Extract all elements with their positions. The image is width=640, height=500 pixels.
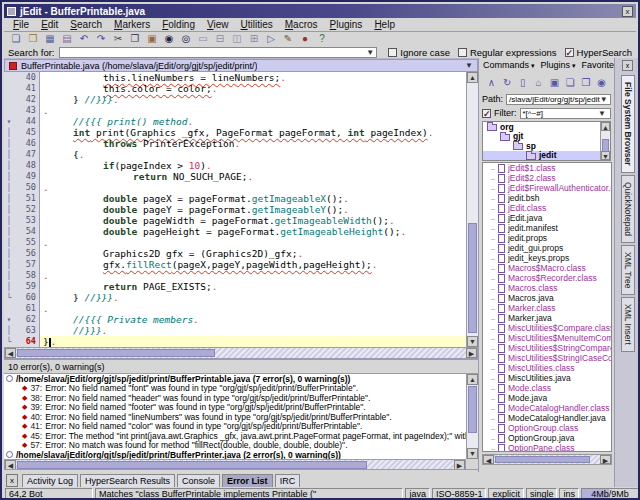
file-list-hscroll-thumb[interactable]	[495, 456, 590, 463]
code-line[interactable]: │49return NO_SUCH_PAGE;.	[4, 171, 466, 182]
code-line[interactable]: │57gfx.fillRect(pageX,pageY,pageWidth,pa…	[4, 259, 466, 270]
dock-tab-console[interactable]: Console	[177, 474, 220, 487]
code-text[interactable]: //{{{ print() method.	[40, 116, 466, 127]
file-list-item[interactable]: –Macros.java	[483, 293, 611, 303]
copy-icon[interactable]: ❒	[128, 33, 142, 45]
side-tab-file-system-browser[interactable]: File System Browser	[621, 75, 635, 173]
code-line[interactable]: 41this.color = color;.	[4, 83, 466, 94]
menu-plugins[interactable]: Plugins	[325, 19, 368, 30]
edit-macro-icon[interactable]: ✎	[281, 33, 295, 45]
error-row[interactable]: ◆41:Error: No field named "color" was fo…	[4, 422, 466, 432]
file-list-item[interactable]: –OptionPane.class	[483, 443, 611, 452]
menu-file[interactable]: File	[8, 19, 34, 30]
side-tab-xml-tree[interactable]: XML Tree	[621, 245, 635, 296]
file-list-item[interactable]: –Macros$Recorder.class	[483, 273, 611, 283]
find-icon[interactable]: ◉	[162, 33, 176, 45]
synchronize-directory-icon[interactable]: ▣	[548, 76, 561, 89]
tree-expand-icon[interactable]	[6, 375, 13, 382]
file-list-item[interactable]: –ModeCatalogHandler.java	[483, 413, 611, 423]
editor-hscroll-thumb[interactable]	[17, 349, 215, 357]
code-text[interactable]: return NO_SUCH_PAGE;.	[40, 171, 466, 182]
code-line[interactable]: └64}.	[4, 336, 466, 347]
error-hscroll-thumb[interactable]	[17, 461, 367, 469]
code-text[interactable]: } //}}}.	[40, 94, 466, 105]
code-text[interactable]: double pageX = pageFormat.getImageableX(…	[40, 193, 466, 204]
tree-node-gjt[interactable]: gjt	[483, 132, 600, 142]
filter-input[interactable]: *[^~#] ▼	[520, 108, 612, 119]
home-directory-icon[interactable]: ⌂	[532, 76, 545, 89]
ignore-case-checkbox[interactable]	[388, 48, 397, 57]
scroll-left-icon[interactable]: ◀	[483, 455, 494, 464]
code-line[interactable]: │51double pageX = pageFormat.getImageabl…	[4, 193, 466, 204]
code-text[interactable]: .	[40, 237, 466, 248]
code-text[interactable]: .	[40, 303, 466, 314]
open-file-icon[interactable]: ❐	[26, 33, 40, 45]
file-list-item[interactable]: –Macros.class	[483, 283, 611, 293]
code-line[interactable]: │58.	[4, 270, 466, 281]
paste-icon[interactable]: ▣	[145, 33, 159, 45]
scroll-down-icon[interactable]: ▼	[467, 448, 478, 459]
tree-node-sp[interactable]: sp	[483, 141, 600, 151]
file-list-item[interactable]: –jEdit$1.class	[483, 163, 611, 173]
file-list-item[interactable]: –jEdit$2.class	[483, 173, 611, 183]
file-list-item[interactable]: –MiscUtilities$MenuItemCompare.class	[483, 333, 611, 343]
window-close-button[interactable]: x	[622, 6, 633, 17]
fsb-menu-commands[interactable]: Commands	[483, 60, 534, 70]
file-list-item[interactable]: –MiscUtilities.class	[483, 363, 611, 373]
file-list-item[interactable]: –MiscUtilities$Compare.class	[483, 323, 611, 333]
code-text[interactable]: //}}}.	[40, 325, 466, 336]
code-line[interactable]: │48if(pageIndex > 10).	[4, 160, 466, 171]
code-text[interactable]: }.	[40, 336, 466, 347]
file-list-item[interactable]: –MiscUtilities.java	[483, 373, 611, 383]
code-text[interactable]: double pageHeight = pageFormat.getImagea…	[40, 226, 466, 237]
file-list-item[interactable]: –Marker.class	[483, 303, 611, 313]
chevron-down-icon[interactable]: ▼	[598, 109, 608, 118]
code-line[interactable]: │56Graphics2D gfx = (Graphics2D)_gfx;.	[4, 248, 466, 259]
chevron-down-icon[interactable]: ▼	[366, 48, 376, 57]
code-text[interactable]: {.	[40, 149, 466, 160]
buffer-list-chevron-icon[interactable]: ▼	[465, 61, 473, 70]
memory-indicator[interactable]: 4Mb/9Mb	[581, 488, 639, 499]
fold-toggle-icon[interactable]: ▾	[4, 314, 14, 325]
new-file-icon[interactable]: ❏	[9, 33, 23, 45]
buffer-tab-bar[interactable]: BufferPrintable.java (/home/slava/jEdit/…	[4, 59, 478, 72]
hypersearch-checkbox[interactable]: ✓	[565, 48, 574, 57]
title-bar[interactable]: jEdit - BufferPrintable.java x	[4, 4, 636, 18]
code-text[interactable]: this.lineNumbers = lineNumbers;.	[40, 72, 466, 83]
error-row[interactable]: ◆57:Error: No match was found for method…	[4, 441, 466, 451]
file-list-item[interactable]: –Mode.java	[483, 393, 611, 403]
dock-tab-irc[interactable]: IRC	[275, 474, 301, 487]
dockable-close-button[interactable]: x	[622, 60, 633, 71]
tree-scrollbar[interactable]: ▲ ▼	[600, 122, 610, 160]
scroll-left-icon[interactable]: ◀	[5, 348, 16, 358]
code-text[interactable]: } //}}}.	[40, 292, 466, 303]
code-text[interactable]: Graphics2D gfx = (Graphics2D)_gfx;.	[40, 248, 466, 259]
code-line[interactable]: 40this.lineNumbers = lineNumbers;.	[4, 72, 466, 83]
regular-expressions-checkbox[interactable]	[458, 48, 467, 57]
code-line[interactable]: 42} //}}}.	[4, 94, 466, 105]
menu-markers[interactable]: Markers	[109, 19, 155, 30]
code-line[interactable]: │52double pageY = pageFormat.getImageabl…	[4, 204, 466, 215]
code-line[interactable]: 61.	[4, 303, 466, 314]
editor-scroll-thumb[interactable]	[468, 223, 477, 333]
side-tab-xml-insert[interactable]: XML Insert	[621, 297, 635, 352]
menu-search[interactable]: Search	[65, 19, 107, 30]
file-list-horizontal-scrollbar[interactable]: ◀ ▶	[482, 454, 612, 465]
file-list-item[interactable]: –jEdit$FirewallAuthenticator.class	[483, 183, 611, 193]
dock-tab-hypersearch-results[interactable]: HyperSearch Results	[80, 474, 175, 487]
cut-icon[interactable]: ✂	[111, 33, 125, 45]
error-file-row[interactable]: /home/slava/jEdit/org/gjt/sp/jedit/print…	[4, 374, 466, 384]
scroll-down-icon[interactable]: ▼	[601, 151, 610, 160]
code-text[interactable]: .	[40, 182, 466, 193]
error-scroll-thumb[interactable]	[468, 386, 477, 433]
new-file-icon[interactable]: ❏	[564, 76, 577, 89]
code-line[interactable]: │45int print(Graphics _gfx, PageFormat p…	[4, 127, 466, 138]
file-list-item[interactable]: –OptionGroup.class	[483, 423, 611, 433]
file-list-item[interactable]: –jEdit.class	[483, 203, 611, 213]
code-text[interactable]: //{{{ Private members.	[40, 314, 466, 325]
filter-checkbox[interactable]: ✓	[482, 109, 491, 118]
menu-help[interactable]: Help	[369, 19, 400, 30]
tree-node-org[interactable]: org	[483, 122, 600, 132]
dock-tab-error-list[interactable]: Error List	[222, 474, 273, 487]
split-vertical-icon[interactable]: ◫	[230, 33, 244, 45]
